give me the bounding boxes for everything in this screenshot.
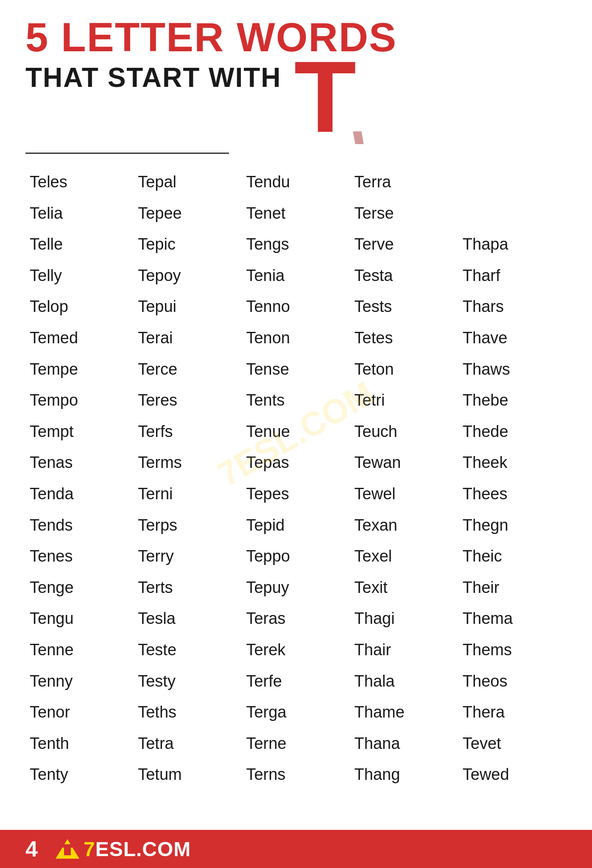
- list-item: Terms: [134, 447, 242, 479]
- list-item: Tenne: [25, 634, 134, 666]
- list-item: Tenas: [25, 447, 134, 479]
- page-number: 4: [25, 836, 38, 862]
- list-item: Teres: [134, 385, 242, 416]
- list-item: Tendu: [242, 167, 350, 198]
- list-item: Tenny: [25, 666, 134, 697]
- list-item: Temed: [25, 323, 134, 354]
- header-divider: [25, 153, 229, 154]
- list-item: Thees: [458, 479, 567, 510]
- list-item: Terra: [350, 167, 458, 198]
- logo-icon: [55, 838, 80, 860]
- list-item: Thera: [458, 697, 567, 728]
- list-item: Tempo: [25, 385, 134, 416]
- list-item: Teths: [134, 697, 242, 728]
- list-item: Teton: [350, 354, 458, 385]
- list-item: Tempt: [25, 416, 134, 448]
- list-item: Terai: [134, 323, 242, 354]
- list-item: Thave: [458, 323, 567, 354]
- list-item: Tenet: [242, 198, 350, 229]
- list-item: Tempe: [25, 354, 134, 385]
- list-item: Tetra: [134, 728, 242, 760]
- list-item: Tepui: [134, 291, 242, 323]
- list-item: Teste: [134, 634, 242, 666]
- list-item: Their: [458, 572, 567, 604]
- list-item: Thems: [458, 634, 567, 666]
- list-item: Terne: [242, 728, 350, 760]
- list-item: Thagi: [350, 603, 458, 634]
- list-item: Theic: [458, 541, 567, 572]
- list-item: Teuch: [350, 416, 458, 448]
- list-item: Terga: [242, 697, 350, 728]
- list-item: Texan: [350, 510, 458, 541]
- list-item: Tenes: [25, 541, 134, 572]
- list-item: Tense: [242, 354, 350, 385]
- svg-rect-2: [62, 844, 73, 848]
- list-item: Tepuy: [242, 572, 350, 604]
- list-item: Telop: [25, 291, 134, 323]
- list-item: Thana: [350, 728, 458, 760]
- list-item: Tetri: [350, 385, 458, 416]
- list-item: Tenon: [242, 323, 350, 354]
- list-item: Terps: [134, 510, 242, 541]
- list-item: Tenda: [25, 479, 134, 510]
- list-item: Tepes: [242, 479, 350, 510]
- list-item: Tenno: [242, 291, 350, 323]
- list-item: Terni: [134, 479, 242, 510]
- list-item: Tepal: [134, 167, 242, 198]
- list-item: Terts: [134, 572, 242, 604]
- main-title-line2: THAT START WITH: [25, 62, 282, 93]
- list-item: Thang: [350, 759, 458, 790]
- list-item: Terfe: [242, 666, 350, 697]
- list-item: Terfs: [134, 416, 242, 448]
- svg-rect-1: [64, 847, 71, 855]
- list-item: Tepee: [134, 198, 242, 229]
- list-item: Theek: [458, 447, 567, 479]
- list-item: Tetes: [350, 323, 458, 354]
- list-item: Terse: [350, 198, 458, 229]
- list-item: Teras: [242, 603, 350, 634]
- list-item: Tewed: [458, 759, 567, 790]
- list-item: Tengu: [25, 603, 134, 634]
- footer-logo: 7ESL.COM: [55, 837, 191, 861]
- list-item: Teppo: [242, 541, 350, 572]
- list-item: Thema: [458, 603, 567, 634]
- list-item: Thair: [350, 634, 458, 666]
- list-item: Tends: [25, 510, 134, 541]
- list-item: Testy: [134, 666, 242, 697]
- list-item: Thala: [350, 666, 458, 697]
- list-item: Tests: [350, 291, 458, 323]
- list-item: Terry: [134, 541, 242, 572]
- list-item: Tenue: [242, 416, 350, 448]
- list-item: Tepic: [134, 229, 242, 260]
- logo-esl: ESL.COM: [95, 838, 191, 860]
- list-item: Thebe: [458, 385, 567, 416]
- list-item: Tharf: [458, 260, 567, 292]
- list-item: Terce: [134, 354, 242, 385]
- list-item: [458, 167, 567, 198]
- list-item: Tepoy: [134, 260, 242, 292]
- list-item: Thaws: [458, 354, 567, 385]
- list-item: Texel: [350, 541, 458, 572]
- page-header: 5 LETTER WORDS THAT START WITH T: [0, 0, 592, 144]
- list-item: Tenty: [25, 759, 134, 790]
- list-item: Theos: [458, 666, 567, 697]
- list-item: Testa: [350, 260, 458, 292]
- list-item: Tepas: [242, 447, 350, 479]
- list-item: Terek: [242, 634, 350, 666]
- list-item: Thars: [458, 291, 567, 323]
- list-item: Terns: [242, 759, 350, 790]
- logo-text: 7ESL.COM: [84, 837, 191, 861]
- list-item: Terve: [350, 229, 458, 260]
- list-item: Tewel: [350, 479, 458, 510]
- list-item: Thame: [350, 697, 458, 728]
- list-item: Thede: [458, 416, 567, 448]
- page-footer: 4 7ESL.COM: [0, 830, 592, 868]
- list-item: Tenia: [242, 260, 350, 292]
- list-item: Tewan: [350, 447, 458, 479]
- list-item: Telly: [25, 260, 134, 292]
- list-item: Tengs: [242, 229, 350, 260]
- list-item: Telle: [25, 229, 134, 260]
- list-item: Tevet: [458, 728, 567, 760]
- list-item: Tepid: [242, 510, 350, 541]
- list-item: Telia: [25, 198, 134, 229]
